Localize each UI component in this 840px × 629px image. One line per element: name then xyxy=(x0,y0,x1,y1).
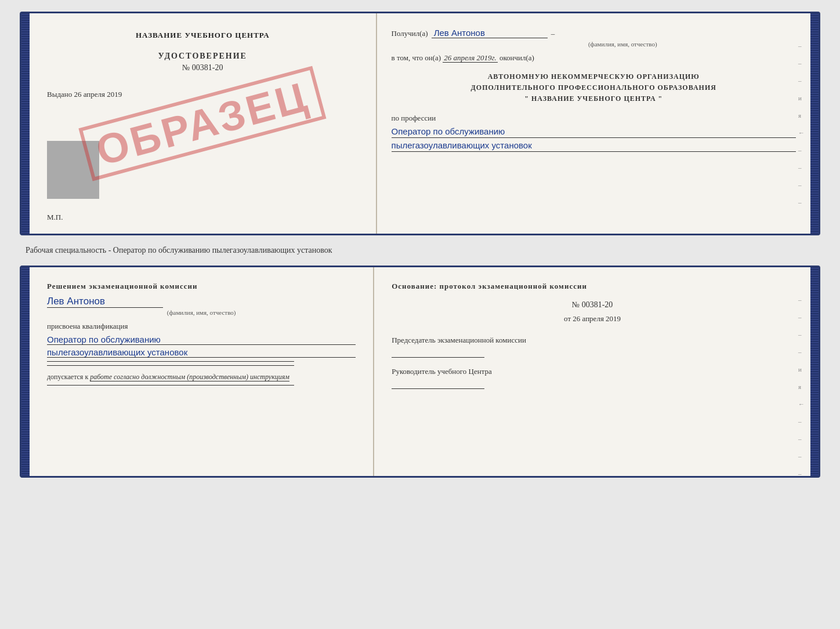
left-spine xyxy=(21,13,30,234)
director-signature-line xyxy=(392,388,484,389)
right-side-marks: – – – и я ← – – – – xyxy=(798,42,805,206)
completed-date: 26 апреля 2019г. xyxy=(443,53,497,63)
allowed-italic: работе согласно должностным (производств… xyxy=(90,373,289,381)
osnov-label: Основание: протокол экзаменационной коми… xyxy=(392,282,793,291)
decision-text: Решением экзаменационной комиссии xyxy=(47,282,356,291)
received-line: Получил(а) Лев Антонов – xyxy=(392,28,796,38)
org-line1: АВТОНОМНУЮ НЕКОММЕРЧЕСКУЮ ОРГАНИЗАЦИЮ xyxy=(392,71,796,82)
qualification-label: присвоена квалификация xyxy=(47,322,356,331)
profession-line2: пылегазоулавливающих установок xyxy=(392,140,796,152)
right-side-marks-bottom: – – – – и я ← – – – – xyxy=(798,296,805,477)
allowed-line: допускается к работе согласно должностны… xyxy=(47,373,356,381)
bottom-certificate-book: Решением экзаменационной комиссии Лев Ан… xyxy=(20,266,820,478)
right-spine-bottom xyxy=(810,267,819,476)
chairman-signature-line xyxy=(392,357,484,358)
cert-title-block: УДОСТОВЕРЕНИЕ № 00381-20 xyxy=(47,52,359,72)
chairman-block: Председатель экзаменационной комиссии xyxy=(392,335,793,358)
issued-date-value: 26 апреля 2019 xyxy=(74,90,122,99)
chairman-label: Председатель экзаменационной комиссии xyxy=(392,335,793,346)
top-right-page: Получил(а) Лев Антонов – (фамилия, имя, … xyxy=(377,13,810,234)
received-dash: – xyxy=(551,29,555,38)
completed-line: в том, что он(а) 26 апреля 2019г. окончи… xyxy=(392,53,796,63)
protocol-date-value: 26 апреля 2019 xyxy=(573,314,621,323)
sample-stamp: ОБРАЗЕЦ xyxy=(79,66,327,181)
bottom-left-spine xyxy=(21,267,30,476)
protocol-date: от 26 апреля 2019 xyxy=(392,314,793,323)
signature-line-2 xyxy=(47,365,294,366)
received-name: Лев Антонов xyxy=(432,28,548,38)
completed-prefix: в том, что он(а) xyxy=(392,53,441,62)
bottom-right-page: Основание: протокол экзаменационной коми… xyxy=(374,267,810,476)
director-block: Руководитель учебного Центра xyxy=(392,366,793,389)
qualification-line1: Оператор по обслуживанию xyxy=(47,335,356,345)
fio-subtitle: (фамилия, имя, отчество) xyxy=(450,41,796,48)
profession-line1: Оператор по обслуживанию xyxy=(392,126,796,138)
signature-line-1 xyxy=(47,361,294,362)
allowed-prefix: допускается к xyxy=(47,373,88,381)
org-block: АВТОНОМНУЮ НЕКОММЕРЧЕСКУЮ ОРГАНИЗАЦИЮ ДО… xyxy=(392,71,796,105)
top-certificate-book: НАЗВАНИЕ УЧЕБНОГО ЦЕНТРА УДОСТОВЕРЕНИЕ №… xyxy=(20,12,820,235)
org-line3: " НАЗВАНИЕ УЧЕБНОГО ЦЕНТРА " xyxy=(392,93,796,104)
director-label: Руководитель учебного Центра xyxy=(392,366,793,377)
received-label: Получил(а) xyxy=(392,29,428,38)
school-name-header: НАЗВАНИЕ УЧЕБНОГО ЦЕНТРА xyxy=(47,31,359,40)
cert-number: № 00381-20 xyxy=(47,63,359,72)
photo-placeholder xyxy=(47,141,99,199)
cert-title: УДОСТОВЕРЕНИЕ xyxy=(47,52,359,61)
protocol-number: № 00381-20 xyxy=(392,300,793,310)
bottom-person-name: Лев Антонов xyxy=(47,296,163,308)
issued-label: Выдано xyxy=(47,90,72,99)
org-line2: ДОПОЛНИТЕЛЬНОГО ПРОФЕССИОНАЛЬНОГО ОБРАЗО… xyxy=(392,82,796,93)
separator-label: Рабочая специальность - Оператор по обсл… xyxy=(20,246,338,255)
bottom-fio-label: (фамилия, имя, отчество) xyxy=(47,309,356,316)
qualification-line2: пылегазоулавливающих установок xyxy=(47,347,356,358)
completed-suffix: окончил(а) xyxy=(499,53,534,62)
document-container: НАЗВАНИЕ УЧЕБНОГО ЦЕНТРА УДОСТОВЕРЕНИЕ №… xyxy=(20,12,820,478)
right-spine-top xyxy=(810,13,819,234)
bottom-left-page: Решением экзаменационной комиссии Лев Ан… xyxy=(30,267,374,476)
signature-line-3 xyxy=(47,385,294,386)
protocol-date-prefix: от xyxy=(564,314,571,323)
top-left-page: НАЗВАНИЕ УЧЕБНОГО ЦЕНТРА УДОСТОВЕРЕНИЕ №… xyxy=(30,13,377,234)
profession-label: по профессии xyxy=(392,114,796,123)
mp-label: М.П. xyxy=(47,213,63,222)
issued-date: Выдано 26 апреля 2019 xyxy=(47,90,359,99)
